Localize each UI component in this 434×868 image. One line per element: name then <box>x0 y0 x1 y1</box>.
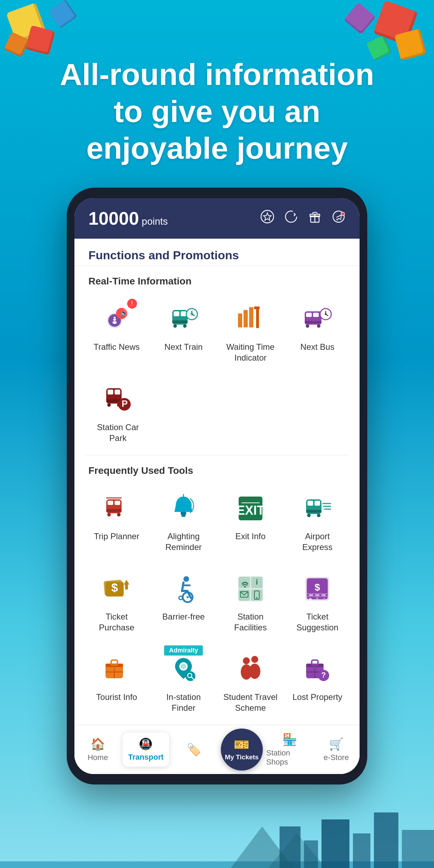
tourist-info-icon-box <box>99 652 134 687</box>
next-bus-item[interactable]: Next Bus <box>286 294 349 371</box>
nav-estore-label: e-Store <box>324 753 349 762</box>
svg-rect-17 <box>181 311 186 316</box>
lost-property-item[interactable]: ? Lost Property <box>286 644 349 721</box>
student-travel-item[interactable]: Student Travel Scheme <box>219 644 282 721</box>
svg-point-77 <box>183 576 189 582</box>
alighting-reminder-item[interactable]: Alighting Reminder <box>152 483 216 560</box>
gift-icon[interactable] <box>308 210 322 227</box>
svg-point-7 <box>341 212 345 216</box>
station-carpark-item[interactable]: P Station Car Park <box>85 374 151 451</box>
svg-text:P: P <box>122 398 128 409</box>
nav-transport[interactable]: 🚇 Transport <box>123 732 169 767</box>
waiting-time-icon <box>235 304 266 334</box>
svg-rect-53 <box>106 509 122 512</box>
nav-home-label: Home <box>87 753 108 762</box>
svg-point-80 <box>179 596 182 600</box>
ticket-purchase-icon: $ <box>101 573 132 604</box>
announcement-icon[interactable] <box>332 210 346 227</box>
tourist-info-item[interactable]: Tourist Info <box>85 644 149 721</box>
station-carpark-icon: P <box>103 384 133 415</box>
nav-deals[interactable]: 🏷️ <box>171 739 217 760</box>
refresh-icon[interactable] <box>284 210 298 227</box>
waiting-time-label: Waiting Time Indicator <box>222 341 279 363</box>
barrier-free-item[interactable]: Barrier-free <box>152 564 216 641</box>
svg-rect-28 <box>249 307 253 327</box>
next-train-item[interactable]: Next Train <box>152 294 216 371</box>
next-bus-label: Next Bus <box>301 341 334 352</box>
phone-screen: 10000 points <box>74 198 360 774</box>
in-station-finder-item[interactable]: Admiralty <box>152 644 216 721</box>
waiting-time-item[interactable]: Waiting Time Indicator <box>219 294 282 371</box>
nav-estore[interactable]: 🛒 e-Store <box>313 733 360 766</box>
alighting-reminder-label: Alighting Reminder <box>155 531 212 552</box>
svg-text:÷: ÷ <box>323 595 326 601</box>
barrier-free-icon-box <box>166 571 201 606</box>
svg-point-79 <box>187 596 189 598</box>
lost-property-icon-box: ? <box>300 652 335 687</box>
airport-express-label: Airport Express <box>289 531 346 552</box>
hero-title: All-round information to give you an enj… <box>28 56 406 167</box>
svg-rect-43 <box>108 390 113 395</box>
svg-point-113 <box>251 656 258 663</box>
svg-rect-18 <box>172 320 188 323</box>
station-facilities-item[interactable]: i Station Facilities <box>219 564 282 641</box>
traffic-news-label: Traffic News <box>94 341 140 352</box>
in-station-finder-label: In-station Finder <box>155 692 212 713</box>
svg-marker-75 <box>124 580 129 585</box>
traffic-news-item[interactable]: 🔊 ! Traffic News <box>85 294 149 371</box>
svg-rect-76 <box>125 585 128 589</box>
ticket-purchase-item[interactable]: $ Ticket Purchase <box>85 564 149 641</box>
star-icon[interactable] <box>260 210 274 227</box>
exit-info-item[interactable]: EXIT Exit Info <box>219 483 282 560</box>
student-travel-icon <box>235 654 266 685</box>
svg-point-10 <box>113 321 117 324</box>
trip-planner-label: Trip Planner <box>94 531 139 542</box>
alighting-reminder-icon-box <box>166 491 201 526</box>
svg-point-112 <box>243 657 250 664</box>
my-tickets-button[interactable]: 🎫 My Tickets <box>221 729 263 771</box>
svg-point-83 <box>244 586 246 587</box>
svg-rect-65 <box>314 501 320 506</box>
svg-text:$: $ <box>314 582 320 593</box>
svg-point-99 <box>309 598 312 601</box>
tourist-info-label: Tourist Info <box>96 692 137 702</box>
svg-text:$: $ <box>111 581 118 594</box>
svg-text:🔊: 🔊 <box>120 309 128 317</box>
in-station-finder-icon-box: Admiralty <box>166 652 201 687</box>
student-travel-label: Student Travel Scheme <box>222 692 279 713</box>
trip-planner-item[interactable]: Trip Planner <box>85 483 149 560</box>
svg-point-55 <box>117 513 121 516</box>
lost-property-label: Lost Property <box>292 692 342 702</box>
svg-rect-129 <box>402 830 434 868</box>
svg-text:i: i <box>256 578 258 586</box>
svg-point-115 <box>249 664 260 679</box>
svg-rect-52 <box>115 501 120 505</box>
airport-express-item[interactable]: Airport Express <box>286 483 349 560</box>
svg-rect-96 <box>309 594 313 596</box>
exit-info-icon-box: EXIT <box>233 491 268 526</box>
svg-point-2 <box>285 211 297 222</box>
traffic-news-icon: 🔊 <box>101 304 132 334</box>
in-station-finder-icon <box>168 654 199 685</box>
nav-home[interactable]: 🏠 Home <box>74 733 121 766</box>
bottom-navigation: 🏠 Home 🚇 Transport 🏷️ 🎫 My Tickets <box>74 725 360 774</box>
svg-point-19 <box>173 324 177 328</box>
my-tickets-label: My Tickets <box>225 753 259 761</box>
svg-marker-1 <box>263 213 271 220</box>
points-value: 10000 <box>88 208 139 229</box>
ticket-suggestion-item[interactable]: $ × ÷ <box>286 564 349 641</box>
nav-station-shops[interactable]: 🏪 Station Shops <box>266 729 313 770</box>
svg-rect-32 <box>306 313 312 317</box>
estore-icon: 🛒 <box>329 737 343 751</box>
svg-rect-127 <box>353 833 370 868</box>
svg-rect-30 <box>254 306 260 309</box>
svg-rect-44 <box>115 390 120 395</box>
svg-point-35 <box>306 324 309 328</box>
deals-icon: 🏷️ <box>187 743 201 757</box>
next-train-label: Next Train <box>165 341 203 352</box>
next-train-icon <box>168 304 199 334</box>
station-facilities-icon: i <box>235 573 266 604</box>
app-header: 10000 points <box>74 198 360 239</box>
svg-point-67 <box>307 514 311 517</box>
tools-icon-grid: Trip Planner <box>74 480 360 725</box>
